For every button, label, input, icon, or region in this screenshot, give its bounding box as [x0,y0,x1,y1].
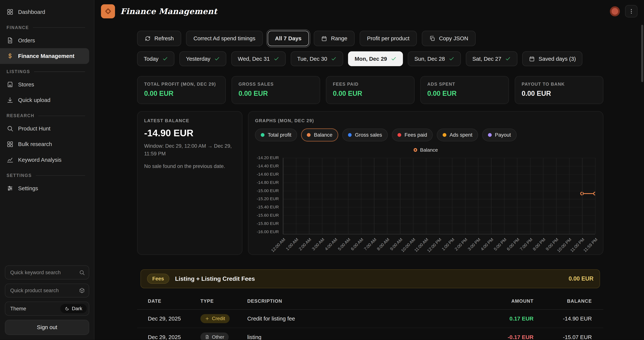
calendar-icon [529,56,535,62]
y-tick-label: -15.40 EUR [257,205,279,210]
search-icon [79,269,85,275]
gridline-v [595,158,596,234]
y-tick-label: -16.00 EUR [257,229,279,234]
toolbar-button-icon [321,36,327,42]
type-badge: Credit [200,314,230,323]
scrollbar-thumb[interactable] [641,25,643,82]
sidebar-item-label: Quick upload [18,97,50,103]
series-toggle-chip[interactable]: Balance [301,129,338,141]
fees-banner: Fees Listing + Listing Credit Fees 0.00 … [140,269,600,288]
sidebar-item-label: Product Hunt [18,125,50,132]
stat-card: GROSS SALES 0.00 EUR [232,76,320,104]
series-chip-label: Total profit [268,132,291,138]
stat-value: 0.00 EUR [144,90,219,98]
sidebar-section-label: RESEARCH [6,113,85,118]
toolbar-button[interactable]: Profit per product [360,31,417,46]
gridline-v [491,158,491,234]
stat-value: 0.00 EUR [522,90,596,98]
gridline-v [465,158,466,234]
sidebar-item[interactable]: Keyword Analysis [0,152,89,168]
gridline-v [517,158,517,234]
series-toggle-chip[interactable]: Total profit [255,129,297,141]
series-toggle-chip[interactable]: Fees paid [392,129,433,141]
main-area: Finance Management Refresh Correct Ad sp… [94,0,644,340]
series-chip-label: Gross sales [355,132,382,138]
fees-badge: Fees [147,274,169,284]
toolbar-button[interactable]: Refresh [137,31,181,46]
gridline-v [400,158,400,234]
stat-label: GROSS SALES [238,82,313,87]
toolbar-button-icon [429,36,435,42]
sidebar-item[interactable]: Quick upload [0,92,89,108]
day-chip[interactable]: Sat, Dec 27 [466,51,517,66]
latest-balance-value: -14.90 EUR [144,127,235,139]
series-toggle-chip[interactable]: Payout [482,129,516,141]
day-chip[interactable]: Sun, Dec 28 [408,51,461,66]
gridline-v [374,158,374,234]
toolbar-button[interactable]: All 7 Days [268,31,309,46]
day-chip[interactable]: Saved days (3) [522,51,582,66]
theme-row: Theme Dark [5,301,89,316]
column-header: DESCRIPTION [247,298,472,304]
check-icon [274,56,279,62]
toolbar-button-label: All 7 Days [275,35,302,42]
stat-card: TOTAL PROFIT (MON, DEC 29) 0.00 EUR [137,76,226,104]
overflow-menu-button[interactable] [625,5,638,18]
series-chip-label: Fees paid [404,132,427,138]
y-tick-label: -14.80 EUR [257,180,279,185]
balance-note: No sale found on the previous date. [144,163,235,169]
sidebar-item[interactable]: Stores [0,77,89,92]
cube-icon [79,287,85,294]
day-chip[interactable]: Mon, Dec 29 [348,51,403,66]
day-chip[interactable]: Yesterday [180,51,226,66]
sidebar-item[interactable]: Settings [0,180,89,196]
section-divider [38,116,85,116]
quick-keyword-search-input[interactable] [5,265,89,279]
cell-amount: -0.17 EUR [472,334,534,340]
stat-label: FEES PAID [333,82,408,87]
sidebar-item[interactable]: Dashboard [0,4,89,20]
theme-value: Dark [72,306,82,311]
fees-table: DATETYPEDESCRIPTIONAMOUNTBALANCE Dec 29,… [137,293,603,340]
series-toggle-chip[interactable]: Gross sales [342,129,388,141]
cell-balance: -14.90 EUR [534,315,592,322]
scrollbar[interactable] [641,24,643,340]
stat-card: ADS SPENT 0.00 EUR [420,76,509,104]
fees-banner-title: Listing + Listing Credit Fees [175,275,255,282]
sidebar: Dashboard FINANCE Orders Finance Ma [0,0,94,340]
gridline-v [348,158,348,234]
sidebar-item[interactable]: Orders [0,33,89,48]
toolbar-button[interactable]: Copy JSON [422,31,476,46]
day-chip[interactable]: Tue, Dec 30 [291,51,343,66]
series-toggle-chip[interactable]: Ads spent [437,129,478,141]
check-icon [331,56,336,62]
theme-toggle[interactable]: Dark [60,304,87,313]
stat-label: TOTAL PROFIT (MON, DEC 29) [144,82,219,87]
quick-product-search-input[interactable] [5,283,89,298]
legend-label: Balance [420,147,438,153]
sidebar-item-label: Orders [18,37,35,44]
fees-banner-amount: 0.00 EUR [568,275,594,282]
sidebar-item[interactable]: Product Hunt [0,121,89,136]
sidebar-item-icon [6,81,14,88]
cell-amount: 0.17 EUR [472,315,534,322]
toolbar-button[interactable]: Range [314,31,354,46]
gridline-v [283,158,283,234]
account-button[interactable] [608,5,621,18]
toolbar-button[interactable]: Correct Ad spend timings [186,31,262,46]
sidebar-item[interactable]: Finance Management [0,48,89,64]
diamond-icon [105,8,111,15]
table-body: Dec 29, 2025 Credit Credit for listing f… [137,310,603,340]
theme-label: Theme [10,306,26,312]
sign-out-button[interactable]: Sign out [5,320,89,335]
sidebar-item[interactable]: Bulk research [0,136,89,152]
day-chip[interactable]: Wed, Dec 31 [231,51,286,66]
type-badge-label: Credit [212,316,225,321]
sidebar-section-text: FINANCE [6,25,29,30]
table-row: Dec 29, 2025 Credit Credit for listing f… [137,310,603,328]
check-icon [449,56,454,62]
day-chip[interactable]: Today [137,51,174,66]
plot-area [283,158,595,234]
graphs-panel: GRAPHS (MON, DEC 29) Total profit Balanc… [248,111,603,255]
toolbar-button-label: Profit per product [367,35,410,42]
